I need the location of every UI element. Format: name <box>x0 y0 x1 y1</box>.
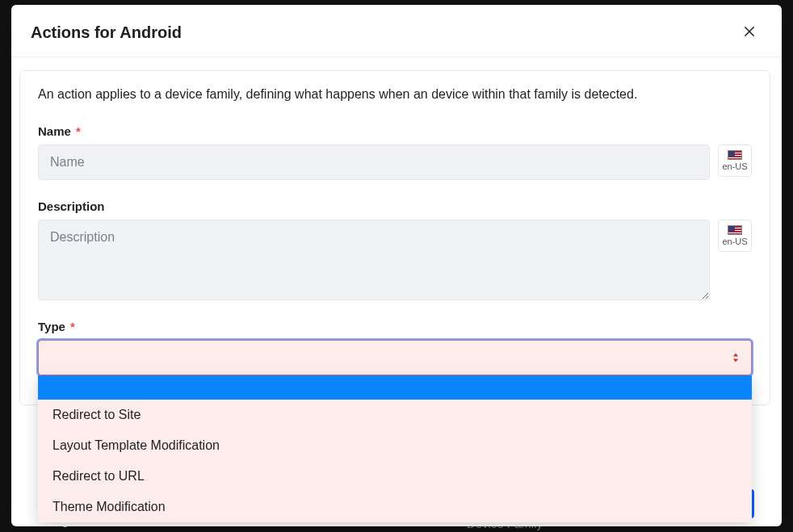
field-type: Type * <box>38 320 752 375</box>
type-option-label: Theme Modification <box>52 500 166 513</box>
type-option-redirect-url[interactable]: Redirect to URL <box>38 461 752 492</box>
modal-body[interactable]: An action applies to a device family, de… <box>11 57 782 526</box>
type-option-label: Redirect to Site <box>52 408 141 421</box>
name-locale-toggle[interactable]: en-US <box>718 145 752 177</box>
field-name: Name * en-US <box>38 124 752 180</box>
type-option-theme-mod[interactable]: Theme Modification <box>38 492 752 522</box>
description-row: en-US <box>38 220 752 300</box>
description-textarea[interactable] <box>38 220 710 300</box>
type-option-label: Redirect to URL <box>52 469 145 483</box>
required-mark: * <box>76 124 81 138</box>
flag-us-icon <box>728 150 742 160</box>
form-card: An action applies to a device family, de… <box>19 70 770 405</box>
type-option-redirect-site[interactable]: Redirect to Site <box>38 400 752 430</box>
name-locale-code: en-US <box>722 161 747 171</box>
description-locale-toggle[interactable]: en-US <box>718 220 752 252</box>
close-button[interactable] <box>736 19 762 45</box>
type-option-layout-template[interactable]: Layout Template Modification <box>38 430 752 461</box>
type-select[interactable] <box>38 340 752 375</box>
type-label: Type * <box>38 320 752 333</box>
intro-text: An action applies to a device family, de… <box>38 87 752 102</box>
type-select-wrap: Redirect to Site Layout Template Modific… <box>38 340 752 375</box>
description-label: Description <box>38 199 752 213</box>
type-option-blank[interactable] <box>38 375 752 400</box>
required-mark: * <box>70 320 75 333</box>
type-label-text: Type <box>38 320 65 333</box>
name-row: en-US <box>38 145 752 180</box>
name-label-text: Name <box>38 124 71 138</box>
name-input[interactable] <box>38 145 710 180</box>
name-label: Name * <box>38 124 752 138</box>
close-icon <box>742 24 757 41</box>
modal-title: Actions for Android <box>31 23 182 42</box>
type-dropdown: Redirect to Site Layout Template Modific… <box>38 375 752 522</box>
flag-us-icon <box>728 225 742 235</box>
description-locale-code: en-US <box>722 237 747 246</box>
field-description: Description en-US <box>38 199 752 300</box>
modal-header: Actions for Android <box>11 5 782 57</box>
actions-modal: Actions for Android An action applies to… <box>11 5 782 526</box>
type-option-label: Layout Template Modification <box>52 438 220 452</box>
